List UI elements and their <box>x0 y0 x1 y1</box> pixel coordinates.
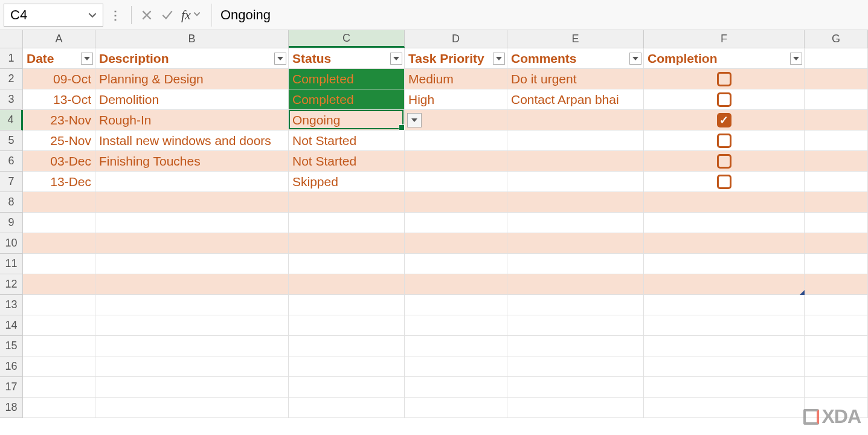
cell[interactable] <box>405 315 507 336</box>
cell[interactable] <box>23 356 95 377</box>
row-header-7[interactable]: 7 <box>0 172 23 192</box>
filter-button[interactable] <box>493 53 505 65</box>
cell[interactable] <box>95 315 289 336</box>
col-header-B[interactable]: B <box>95 30 289 48</box>
cell[interactable] <box>805 192 868 213</box>
header-comments[interactable]: Comments <box>507 48 644 69</box>
cell-comments[interactable] <box>507 130 644 151</box>
cell-priority[interactable] <box>405 130 507 151</box>
cell[interactable] <box>405 398 507 418</box>
col-header-G[interactable]: G <box>805 30 868 48</box>
cell[interactable] <box>95 274 289 295</box>
cell[interactable] <box>507 295 644 315</box>
col-header-A[interactable]: A <box>23 30 95 48</box>
cell[interactable] <box>644 398 805 418</box>
cell[interactable] <box>405 377 507 398</box>
cell-comments[interactable] <box>507 172 644 192</box>
cell[interactable] <box>644 192 805 213</box>
completion-checkbox[interactable] <box>717 175 731 189</box>
cell[interactable] <box>805 336 868 356</box>
cell[interactable] <box>507 398 644 418</box>
table-resize-handle[interactable] <box>800 290 805 295</box>
header-task-priority[interactable]: Task Priority <box>405 48 507 69</box>
cell[interactable] <box>95 192 289 213</box>
row-header-9[interactable]: 9 <box>0 213 23 233</box>
completion-checkbox[interactable] <box>717 134 731 148</box>
cell-priority[interactable]: Medium <box>405 69 507 89</box>
cell[interactable] <box>805 213 868 233</box>
cell[interactable] <box>805 315 868 336</box>
cell[interactable] <box>805 254 868 274</box>
row-header-16[interactable]: 16 <box>0 356 23 377</box>
cell-comments[interactable] <box>507 110 644 130</box>
header-g[interactable] <box>805 48 868 69</box>
cell[interactable] <box>23 295 95 315</box>
cell-description[interactable]: Planning & Design <box>95 69 289 89</box>
header-date[interactable]: Date <box>23 48 95 69</box>
cell[interactable] <box>644 254 805 274</box>
cells-area[interactable]: DateDescriptionStatusTask PriorityCommen… <box>23 48 868 418</box>
cell[interactable] <box>805 110 868 130</box>
cell[interactable] <box>644 295 805 315</box>
cell[interactable] <box>805 130 868 151</box>
cell[interactable] <box>23 315 95 336</box>
col-header-F[interactable]: F <box>644 30 805 48</box>
cell[interactable] <box>507 192 644 213</box>
cell[interactable] <box>289 398 405 418</box>
row-header-10[interactable]: 10 <box>0 233 23 254</box>
cell[interactable] <box>644 356 805 377</box>
row-header-8[interactable]: 8 <box>0 192 23 213</box>
cell[interactable] <box>289 213 405 233</box>
cell[interactable] <box>23 398 95 418</box>
cell[interactable] <box>507 233 644 254</box>
cell[interactable] <box>23 213 95 233</box>
cell-status[interactable]: Ongoing <box>289 110 405 130</box>
filter-button[interactable] <box>790 53 802 65</box>
cell[interactable] <box>23 336 95 356</box>
col-header-D[interactable]: D <box>405 30 507 48</box>
cell-status[interactable]: Skipped <box>289 172 405 192</box>
cell[interactable] <box>805 274 868 295</box>
cell-dropdown-button[interactable] <box>407 113 422 127</box>
cell-status[interactable]: Completed <box>289 69 405 89</box>
cell[interactable] <box>23 192 95 213</box>
cell[interactable] <box>644 377 805 398</box>
accept-formula-button[interactable] <box>158 6 176 24</box>
row-header-18[interactable]: 18 <box>0 398 23 418</box>
cell[interactable] <box>507 213 644 233</box>
cell[interactable] <box>405 356 507 377</box>
cell[interactable] <box>95 254 289 274</box>
cell-completion[interactable] <box>644 69 805 89</box>
cell-comments[interactable]: Do it urgent <box>507 69 644 89</box>
cell-description[interactable]: Finishing Touches <box>95 151 289 172</box>
filter-button[interactable] <box>81 53 93 65</box>
cell[interactable] <box>805 377 868 398</box>
completion-checkbox[interactable] <box>717 92 731 107</box>
cancel-formula-button[interactable] <box>138 6 156 24</box>
formula-input[interactable] <box>211 4 864 27</box>
cell[interactable] <box>805 89 868 110</box>
row-header-1[interactable]: 1 <box>0 48 23 69</box>
cell[interactable] <box>644 274 805 295</box>
cell-description[interactable]: Install new windows and doors <box>95 130 289 151</box>
cell-status[interactable]: Not Started <box>289 151 405 172</box>
cell-priority[interactable] <box>405 151 507 172</box>
cell-date[interactable]: 23-Nov <box>23 110 95 130</box>
cell-comments[interactable] <box>507 151 644 172</box>
completion-checkbox[interactable] <box>717 154 731 169</box>
cell[interactable] <box>23 377 95 398</box>
col-header-C[interactable]: C <box>289 30 405 48</box>
row-header-11[interactable]: 11 <box>0 254 23 274</box>
cell[interactable] <box>405 233 507 254</box>
cell[interactable] <box>644 233 805 254</box>
cell-completion[interactable] <box>644 130 805 151</box>
cell[interactable] <box>405 274 507 295</box>
cell[interactable] <box>23 254 95 274</box>
cell-description[interactable] <box>95 172 289 192</box>
cell[interactable] <box>289 233 405 254</box>
cell-description[interactable]: Rough-In <box>95 110 289 130</box>
filter-button[interactable] <box>629 53 641 65</box>
cell[interactable] <box>95 398 289 418</box>
row-header-13[interactable]: 13 <box>0 295 23 315</box>
cell[interactable] <box>405 336 507 356</box>
